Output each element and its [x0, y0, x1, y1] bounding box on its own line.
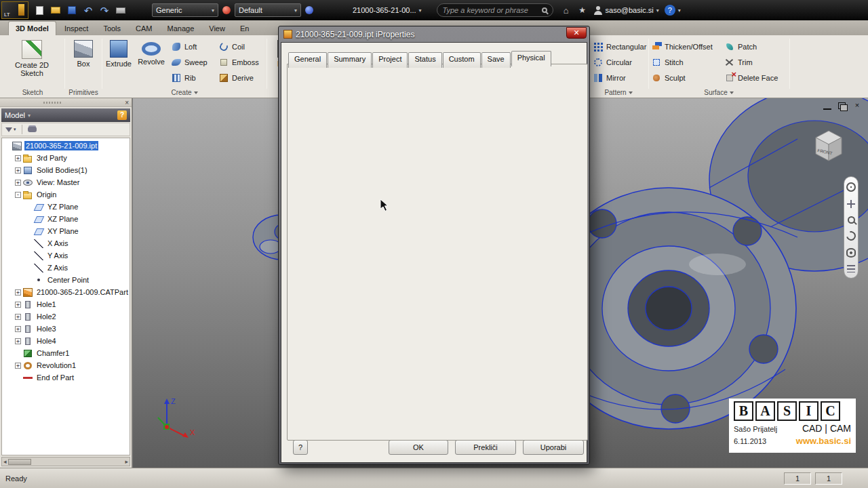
sculpt-button[interactable]: Sculpt: [650, 70, 713, 85]
save-button[interactable]: [64, 3, 79, 17]
tree-item[interactable]: Y Axis: [2, 249, 130, 262]
expand-toggle-icon[interactable]: +: [15, 338, 21, 344]
material-quick-combo[interactable]: Generic ▾: [152, 3, 218, 17]
open-button[interactable]: [48, 3, 63, 17]
apply-button[interactable]: Uporabi: [523, 440, 584, 455]
tree-item[interactable]: End of Part: [2, 371, 130, 384]
pan-icon[interactable]: [846, 199, 856, 209]
stitch-button[interactable]: Stitch: [650, 54, 713, 70]
restore-icon[interactable]: [837, 102, 848, 110]
tree-item[interactable]: XZ Plane: [2, 213, 130, 225]
trim-button[interactable]: Trim: [723, 54, 778, 70]
browser-mode-selector[interactable]: Model ▾ ?: [1, 108, 130, 122]
ribbon-tab-3d-model[interactable]: 3D Model: [8, 21, 56, 35]
extrude-button[interactable]: Extrude: [103, 37, 134, 89]
undo-button[interactable]: ↶: [81, 3, 96, 17]
view-cube[interactable]: FRONT: [808, 124, 851, 167]
tree-item[interactable]: +Hole3: [2, 323, 130, 335]
rib-button[interactable]: Rib: [170, 70, 208, 85]
dialog-title-bar[interactable]: 21000-365-21-009.ipt iProperties ✕: [281, 26, 587, 42]
close-icon[interactable]: ×: [852, 102, 863, 110]
panel-close-icon[interactable]: ×: [125, 99, 129, 106]
search-tree-icon[interactable]: [28, 127, 37, 132]
revolve-button[interactable]: Revolve: [136, 37, 167, 89]
ribbon-tab-tools[interactable]: Tools: [96, 22, 127, 35]
search-icon[interactable]: [542, 7, 547, 13]
cancel-button[interactable]: Prekliči: [455, 440, 516, 455]
expand-toggle-icon[interactable]: +: [15, 289, 21, 296]
help-button[interactable]: ?: [663, 3, 677, 17]
tree-item[interactable]: +21000-365-21-009.CATPart: [2, 286, 130, 298]
dialog-tab-project[interactable]: Project: [372, 52, 408, 68]
browser-help-icon[interactable]: ?: [117, 110, 127, 120]
tree-item[interactable]: Chamfer1: [2, 347, 130, 359]
scroll-left-icon[interactable]: ◂: [3, 458, 7, 465]
look-at-icon[interactable]: [846, 248, 856, 258]
mirror-button[interactable]: Mirror: [591, 70, 646, 85]
emboss-button[interactable]: Emboss: [217, 54, 259, 70]
material-sphere-button[interactable]: [219, 3, 234, 17]
box-button[interactable]: Box: [62, 37, 104, 89]
ribbon-tab-view[interactable]: View: [202, 22, 232, 35]
home-button[interactable]: ⌂: [559, 3, 574, 17]
chevron-down-icon[interactable]: ▾: [678, 7, 681, 14]
circular-button[interactable]: Circular: [591, 54, 646, 70]
dialog-tab-summary[interactable]: Summary: [328, 52, 372, 68]
minimize-icon[interactable]: [822, 102, 833, 110]
rectangular-button[interactable]: Rectangular: [591, 39, 646, 54]
expand-toggle-icon[interactable]: +: [15, 363, 21, 369]
dialog-help-button[interactable]: ?: [293, 440, 308, 455]
zoom-icon[interactable]: [848, 216, 855, 224]
tree-item[interactable]: -Origin: [2, 188, 130, 201]
dialog-tab-status[interactable]: Status: [408, 52, 441, 68]
patch-button[interactable]: Patch: [723, 39, 778, 54]
ribbon-tab-cam[interactable]: CAM: [129, 22, 159, 35]
ribbon-tab-inspect[interactable]: Inspect: [58, 22, 95, 35]
navigation-wheel-icon[interactable]: [846, 182, 856, 192]
new-file-button[interactable]: [32, 3, 47, 17]
filter-button[interactable]: ▾: [5, 127, 16, 132]
dialog-tab-general[interactable]: General: [288, 52, 327, 68]
derive-button[interactable]: Derive: [217, 70, 259, 85]
scrollbar-thumb[interactable]: [8, 459, 31, 465]
create-2d-sketch-button[interactable]: Create 2D Sketch: [11, 37, 53, 89]
redo-button[interactable]: ↷: [97, 3, 112, 17]
thicken-offset-button[interactable]: Thicken/Offset: [650, 39, 713, 54]
signed-in-user[interactable]: saso@basic.si ▾: [593, 5, 659, 15]
appearance-sphere-button[interactable]: [302, 3, 317, 17]
tree-item[interactable]: 21000-365-21-009.ipt: [2, 140, 130, 152]
delete-face-button[interactable]: Delete Face: [723, 70, 778, 85]
loft-button[interactable]: Loft: [170, 39, 208, 54]
tree-item[interactable]: YZ Plane: [2, 201, 130, 213]
expand-toggle-icon[interactable]: +: [15, 167, 21, 174]
sweep-button[interactable]: Sweep: [170, 54, 208, 70]
ribbon-tab-en[interactable]: En: [233, 22, 256, 35]
appearance-quick-combo[interactable]: Default ▾: [235, 3, 301, 17]
dialog-tab-save[interactable]: Save: [481, 52, 511, 68]
tree-item[interactable]: +Hole2: [2, 310, 130, 323]
expand-toggle-icon[interactable]: +: [15, 180, 21, 186]
app-menu-button[interactable]: LT: [1, 1, 28, 19]
tree-item[interactable]: +Hole1: [2, 298, 130, 310]
chevron-down-icon[interactable]: ▾: [656, 7, 659, 14]
expand-toggle-icon[interactable]: -: [15, 192, 21, 198]
tree-item[interactable]: X Axis: [2, 237, 130, 249]
expand-toggle-icon[interactable]: +: [15, 314, 21, 320]
expand-toggle-icon[interactable]: +: [15, 302, 21, 308]
coil-button[interactable]: Coil: [217, 39, 259, 54]
ok-button[interactable]: OK: [389, 440, 448, 455]
view-options-icon[interactable]: [847, 265, 855, 272]
chevron-down-icon[interactable]: ▾: [419, 7, 422, 14]
orbit-icon[interactable]: [844, 229, 857, 242]
hole-button-partial[interactable]: Ho: [268, 35, 278, 98]
tree-item[interactable]: XY Plane: [2, 225, 130, 237]
scroll-right-icon[interactable]: ▸: [125, 458, 128, 465]
tree-item[interactable]: Z Axis: [2, 262, 130, 274]
expand-toggle-icon[interactable]: +: [15, 155, 21, 161]
panel-grip[interactable]: [43, 102, 61, 104]
close-icon[interactable]: ✕: [566, 27, 587, 39]
tree-item[interactable]: +Hole4: [2, 335, 130, 347]
tree-item[interactable]: +Revolution1: [2, 359, 130, 371]
tree-item[interactable]: +3rd Party: [2, 152, 130, 164]
dialog-tab-custom[interactable]: Custom: [443, 52, 481, 68]
